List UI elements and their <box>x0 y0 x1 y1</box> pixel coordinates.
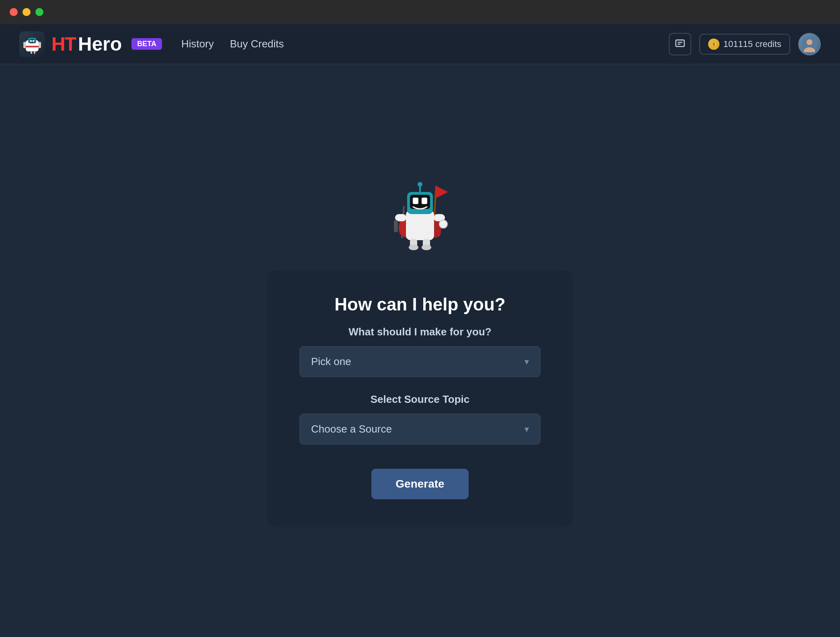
svg-point-37 <box>422 245 431 250</box>
credits-amount: 101115 credits <box>723 39 781 49</box>
pick-one-label: Pick one <box>311 355 351 368</box>
logo-ht: HT <box>51 33 76 55</box>
logo-area: HT Hero BETA <box>19 31 162 57</box>
svg-rect-27 <box>422 198 427 204</box>
svg-rect-9 <box>39 42 41 48</box>
svg-rect-10 <box>676 40 684 46</box>
generate-button[interactable]: Generate <box>371 469 468 499</box>
svg-rect-5 <box>26 46 39 47</box>
logo-hero: Hero <box>78 33 122 55</box>
svg-point-3 <box>30 40 32 42</box>
credits-coin-icon: $ <box>708 39 719 50</box>
nav-links: History Buy Credits <box>181 38 669 50</box>
message-icon <box>674 39 686 50</box>
svg-point-36 <box>409 245 418 250</box>
svg-rect-23 <box>406 210 434 240</box>
nav-history[interactable]: History <box>181 38 214 50</box>
svg-rect-32 <box>394 220 398 232</box>
navbar: HT Hero BETA History Buy Credits $ 10111… <box>0 24 840 64</box>
close-button[interactable] <box>10 8 18 16</box>
choose-source-label: Choose a Source <box>311 423 392 435</box>
mascot-area <box>380 174 460 254</box>
pick-one-dropdown[interactable]: Pick one ▾ <box>299 346 541 377</box>
svg-marker-21 <box>436 186 448 198</box>
minimize-button[interactable] <box>23 8 31 16</box>
credits-button[interactable]: $ 101115 credits <box>699 34 790 55</box>
svg-rect-6 <box>31 51 32 54</box>
mascot-robot <box>380 174 460 254</box>
source-section-label: Select Source Topic <box>371 393 470 406</box>
what-to-make-label: What should I make for you? <box>348 326 491 338</box>
svg-point-18 <box>807 39 812 45</box>
card-title: How can I help you? <box>334 294 505 314</box>
avatar-image <box>801 36 817 52</box>
logo-robot-icon <box>22 34 43 55</box>
help-card: How can I help you? What should I make f… <box>267 270 573 527</box>
maximize-button[interactable] <box>35 8 43 16</box>
choose-source-dropdown[interactable]: Choose a Source ▾ <box>299 414 541 445</box>
logo-text: HT Hero <box>51 33 122 55</box>
main-content: How can I help you? What should I make f… <box>0 64 840 637</box>
nav-buy-credits[interactable]: Buy Credits <box>230 38 284 50</box>
svg-rect-7 <box>34 51 35 54</box>
svg-rect-26 <box>413 198 418 204</box>
pick-one-chevron-icon: ▾ <box>524 357 529 367</box>
nav-right: $ 101115 credits <box>669 33 821 55</box>
message-icon-button[interactable] <box>669 33 691 55</box>
svg-point-33 <box>439 220 447 228</box>
svg-point-29 <box>418 182 422 187</box>
coin-icon: $ <box>710 41 717 48</box>
svg-point-4 <box>33 40 35 42</box>
svg-text:$: $ <box>713 42 715 47</box>
beta-badge: BETA <box>131 38 162 50</box>
window-chrome <box>0 0 840 24</box>
logo-icon <box>19 31 45 57</box>
choose-source-chevron-icon: ▾ <box>524 424 529 435</box>
user-avatar[interactable] <box>798 33 821 55</box>
svg-rect-8 <box>23 42 26 48</box>
